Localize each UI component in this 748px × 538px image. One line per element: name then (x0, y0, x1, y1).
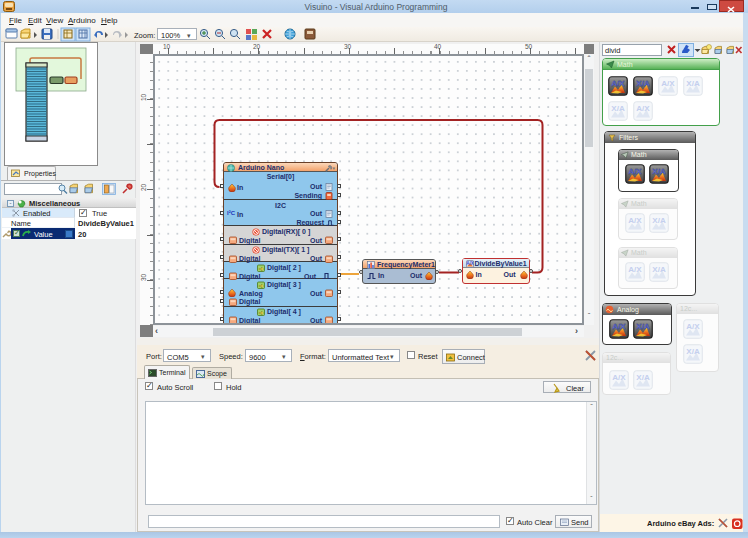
svg-text:A/X: A/X (661, 79, 675, 88)
svg-text:A/X: A/X (686, 322, 700, 331)
svg-text:A/X: A/X (628, 216, 642, 225)
svg-text:X/A: X/A (652, 167, 666, 176)
svg-text:X/A: X/A (611, 104, 625, 113)
svg-text:A/X: A/X (628, 167, 642, 176)
svg-text:A/X: A/X (636, 104, 650, 113)
svg-text:A/X: A/X (611, 79, 625, 88)
svg-text:X/A: X/A (652, 216, 666, 225)
svg-text:X/A: X/A (636, 322, 650, 331)
svg-text:A/X: A/X (612, 373, 626, 382)
svg-text:X/A: X/A (686, 347, 700, 356)
svg-text:X/A: X/A (636, 79, 650, 88)
svg-text:A/X: A/X (612, 322, 626, 331)
svg-text:X/A: X/A (652, 265, 666, 274)
svg-text:A/X: A/X (628, 265, 642, 274)
svg-text:X/A: X/A (636, 373, 650, 382)
svg-text:X/A: X/A (686, 79, 700, 88)
